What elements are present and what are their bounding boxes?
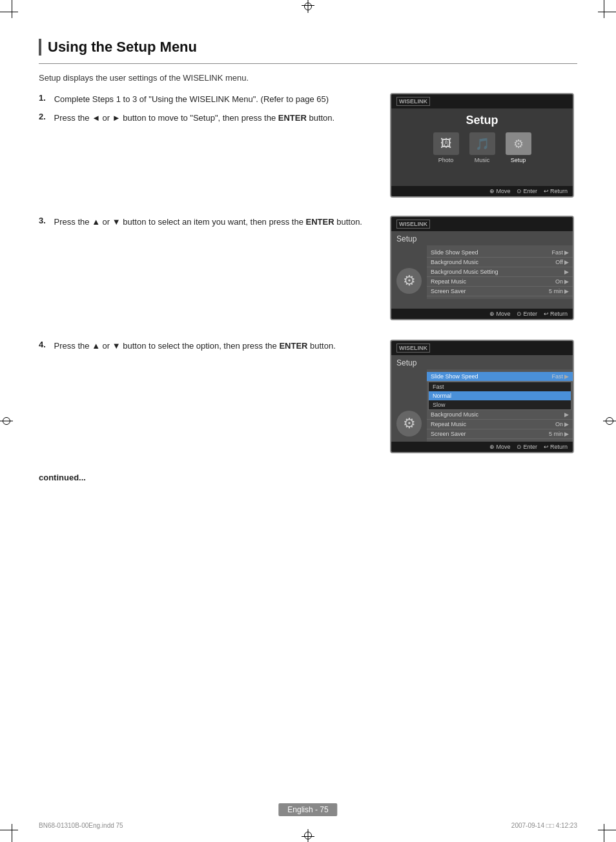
gear-icon-2: ⚙	[396, 268, 422, 294]
tv-footer-move: ⊕Move	[489, 188, 510, 194]
step-3-content: Press the ▲ or ▼ button to select an ite…	[52, 216, 362, 229]
menu-item-bgmusic-setting: Background Music Setting ▶	[427, 267, 573, 277]
tv-footer-1: ⊕Move ⊙Enter ↩Return	[391, 186, 573, 196]
tv-footer-return: ↩Return	[544, 188, 568, 194]
step-4-line: 4. Press the ▲ or ▼ button to select the…	[39, 340, 377, 353]
option-fast: Fast	[429, 382, 571, 391]
reg-top-circle	[304, 3, 312, 10]
reg-bottom-circle	[304, 832, 312, 839]
step-3-text-col: 3. Press the ▲ or ▼ button to select an …	[39, 216, 390, 233]
tv-body-3: Setup ⚙ Slide Show Speed Fast ▶	[391, 355, 573, 442]
step-4-number: 4.	[39, 340, 52, 349]
reg-right-circle	[606, 417, 613, 425]
music-icon: 🎵	[469, 132, 495, 155]
title-section: Using the Setup Menu	[39, 39, 577, 56]
wiselink-logo-3: WISELINK	[396, 344, 430, 353]
steps-1-2-row: 1. Complete Steps 1 to 3 of "Using the W…	[39, 93, 577, 198]
step-3-number: 3.	[39, 216, 52, 225]
tv-screen-2: WISELINK Setup ⚙ Slide Show Speed Fast ▶	[390, 216, 574, 320]
crop-mark-br-v	[604, 824, 604, 842]
date-info: 2007-09-14 □□ 4:12:23	[511, 822, 577, 829]
page-title: Using the Setup Menu	[48, 39, 197, 56]
tv-footer-3: ⊕Move ⊙Enter ↩Return	[391, 442, 573, 452]
setup-menu-body-3: ⚙ Slide Show Speed Fast ▶ Fast Normal	[391, 369, 573, 442]
step-2-enter: ENTER	[278, 113, 307, 123]
step-3-row: 3. Press the ▲ or ▼ button to select an …	[39, 216, 577, 320]
setup-menu-title-3: Setup	[391, 355, 573, 369]
tv-footer-2: ⊕Move ⊙Enter ↩Return	[391, 309, 573, 319]
page-footer: English - 75	[278, 803, 337, 816]
option-normal: Normal	[429, 391, 571, 400]
menu-item-bgmusic: Background Music Off ▶	[427, 258, 573, 267]
title-bar	[39, 39, 41, 56]
step-3-line: 3. Press the ▲ or ▼ button to select an …	[39, 216, 377, 229]
setup-menu-icon-2: ⚙	[391, 245, 427, 299]
tv-body-1: Setup 🖼 Photo 🎵 Music ⚙ Setup	[391, 108, 573, 186]
tv-body-2: Setup ⚙ Slide Show Speed Fast ▶ Backgrou…	[391, 231, 573, 309]
setup-gear-icon: ⚙	[506, 132, 531, 155]
menu-item-3-bgmusic: Background Music ▶	[427, 410, 573, 420]
page-subtitle: Setup displays the user settings of the …	[39, 73, 577, 83]
crop-mark-tr-h	[598, 12, 616, 12]
tv-header-1: WISELINK	[391, 94, 573, 108]
setup-menu-body-2: ⚙ Slide Show Speed Fast ▶ Background Mus…	[391, 245, 573, 299]
menu-item-screensaver: Screen Saver 5 min ▶	[427, 287, 573, 296]
steps-1-2-text: 1. Complete Steps 1 to 3 of "Using the W…	[39, 93, 390, 198]
step-4-enter: ENTER	[279, 341, 307, 351]
step-2-number: 2.	[39, 112, 52, 121]
step-1-content: Complete Steps 1 to 3 of "Using the WISE…	[52, 93, 329, 107]
tv-header-2: WISELINK	[391, 217, 573, 231]
setup-icons-row-1: 🖼 Photo 🎵 Music ⚙ Setup	[396, 132, 568, 163]
tv-footer-3-return: ↩Return	[544, 444, 568, 450]
menu-item-repeat: Repeat Music On ▶	[427, 277, 573, 287]
tv-footer-2-move: ⊕Move	[489, 311, 510, 317]
photo-icon: 🖼	[433, 132, 459, 155]
menu-item-slideshow: Slide Show Speed Fast ▶	[427, 248, 573, 258]
reg-left-circle	[3, 417, 10, 425]
footer-label: English - 75	[287, 805, 328, 814]
tv-footer-2-enter: ⊙Enter	[517, 311, 537, 317]
setup-menu-list-2: Slide Show Speed Fast ▶ Background Music…	[427, 245, 573, 299]
page-content: Using the Setup Menu Setup displays the …	[39, 39, 577, 803]
bottom-info: BN68-01310B-00Eng.indd 75 English - 75 2…	[39, 822, 577, 829]
setup-menu-icon-3: ⚙	[391, 369, 427, 442]
step-3-enter: ENTER	[306, 217, 334, 227]
crop-mark-tr-v	[604, 0, 604, 18]
file-info: BN68-01310B-00Eng.indd 75	[39, 822, 123, 829]
option-dropdown: Fast Normal Slow	[428, 382, 571, 410]
menu-item-3-screensaver: Screen Saver 5 min ▶	[427, 429, 573, 439]
step-2-line: 2. Press the ◄ or ► button to move to "S…	[39, 112, 377, 125]
tv-footer-3-enter: ⊙Enter	[517, 444, 537, 450]
menu-item-3-slideshow: Slide Show Speed Fast ▶	[427, 372, 573, 382]
step-image-1: WISELINK Setup 🖼 Photo 🎵 Music	[390, 93, 577, 198]
setup-icon-photo: 🖼 Photo	[433, 132, 459, 163]
gear-icon-3: ⚙	[396, 411, 422, 436]
crop-mark-bl-h	[0, 830, 18, 830]
crop-mark-tl-v	[12, 0, 12, 18]
step-1-number: 1.	[39, 93, 52, 103]
tv-screen-1: WISELINK Setup 🖼 Photo 🎵 Music	[390, 93, 574, 198]
crop-mark-tl-h	[0, 12, 18, 12]
setup-icon-music: 🎵 Music	[469, 132, 495, 163]
option-slow: Slow	[429, 400, 571, 409]
tv-screen-3: WISELINK Setup ⚙ Slide Show Speed Fast ▶	[390, 340, 574, 453]
tv-footer-2-return: ↩Return	[544, 311, 568, 317]
tv-header-3: WISELINK	[391, 341, 573, 355]
menu-item-3-repeat: Repeat Music On ▶	[427, 420, 573, 429]
step-image-3: WISELINK Setup ⚙ Slide Show Speed Fast ▶	[390, 340, 577, 453]
setup-icon-setup: ⚙ Setup	[506, 132, 531, 163]
crop-mark-bl-v	[12, 824, 12, 842]
wiselink-logo-1: WISELINK	[396, 97, 430, 106]
step-4-text-col: 4. Press the ▲ or ▼ button to select the…	[39, 340, 390, 357]
wiselink-logo-2: WISELINK	[396, 220, 430, 229]
step-image-2: WISELINK Setup ⚙ Slide Show Speed Fast ▶	[390, 216, 577, 320]
section-divider	[39, 63, 577, 64]
continued-text: continued...	[39, 473, 577, 482]
step-2-content: Press the ◄ or ► button to move to "Setu…	[52, 112, 334, 125]
setup-title-1: Setup	[396, 114, 568, 127]
tv-footer-enter: ⊙Enter	[517, 188, 537, 194]
tv-footer-3-move: ⊕Move	[489, 444, 510, 450]
setup-menu-title-2: Setup	[391, 231, 573, 245]
step-4-row: 4. Press the ▲ or ▼ button to select the…	[39, 340, 577, 453]
setup-menu-list-3: Slide Show Speed Fast ▶ Fast Normal Slow…	[427, 369, 573, 442]
